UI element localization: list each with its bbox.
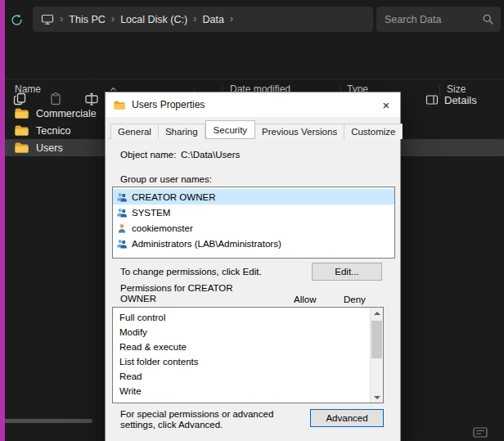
details-pane-icon <box>425 94 439 106</box>
object-name-value: C:\Data\Users <box>181 150 240 160</box>
tab-general[interactable]: General <box>110 124 159 139</box>
group-or-usernames-label: Group or user names: <box>120 174 212 184</box>
breadcrumb: › This PC › Local Disk (C:) › Data › <box>33 7 373 32</box>
folder-icon <box>114 101 125 110</box>
permission-read[interactable]: Read <box>113 369 383 384</box>
list-item-system[interactable]: SYSTEM <box>113 205 394 220</box>
list-item-label: cookiemonster <box>132 223 193 233</box>
list-item-label: CREATOR OWNER <box>132 192 215 202</box>
permissions-for-label: Permissions for CREATOR OWNER <box>120 283 251 304</box>
edit-hint-label: To change permissions, click Edit. <box>120 267 262 277</box>
file-name: Tecnico <box>36 125 70 137</box>
group-icon <box>116 192 128 202</box>
list-item-creator-owner[interactable]: CREATOR OWNER <box>113 189 394 205</box>
folder-icon <box>15 142 29 153</box>
refresh-button[interactable] <box>7 12 25 30</box>
search-box <box>376 7 501 32</box>
dialog-titlebar: Users Properties × <box>106 92 400 117</box>
list-item-cookiemonster[interactable]: cookiemonster <box>113 220 394 236</box>
scrollbar-thumb[interactable] <box>371 321 382 358</box>
permission-write[interactable]: Write <box>113 384 383 398</box>
permission-modify[interactable]: Modify <box>113 325 383 340</box>
advanced-hint-label: For special permissions or advanced sett… <box>120 409 307 430</box>
users-properties-dialog: Users Properties × General Sharing Secur… <box>105 92 401 441</box>
command-bar: Sort View ⋯ Details <box>0 39 504 79</box>
group-user-list: CREATOR OWNER SYSTEM cookiemonster Admin… <box>112 187 395 259</box>
folder-icon <box>15 125 29 136</box>
breadcrumb-chevron-icon: › <box>111 12 115 25</box>
allow-column-label: Allow <box>294 295 316 304</box>
column-header-name[interactable]: Name <box>15 83 41 95</box>
tab-sharing[interactable]: Sharing <box>159 124 205 139</box>
column-separator[interactable] <box>439 85 440 96</box>
list-item-label: SYSTEM <box>132 208 170 218</box>
permission-special[interactable]: Special permissions <box>113 398 383 403</box>
file-explorer-window: › This PC › Local Disk (C:) › Data › <box>0 0 504 441</box>
scroll-up-icon[interactable] <box>371 308 383 319</box>
permission-list-folder-contents[interactable]: List folder contents <box>113 354 383 369</box>
search-icon <box>482 13 494 25</box>
advanced-button[interactable]: Advanced <box>310 409 384 427</box>
user-icon <box>116 223 128 233</box>
group-icon <box>116 208 128 218</box>
refresh-icon <box>10 13 24 30</box>
file-name: Commerciale <box>36 108 97 119</box>
breadcrumb-chevron-icon: › <box>230 12 233 25</box>
group-icon <box>116 239 128 249</box>
tab-security[interactable]: Security <box>205 120 256 139</box>
horizontal-scrollbar[interactable] <box>0 419 92 423</box>
permission-read-execute[interactable]: Read & execute <box>113 340 383 354</box>
breadcrumb-this-pc[interactable]: This PC <box>69 14 105 25</box>
column-header-size[interactable]: Size <box>447 83 466 95</box>
permission-full-control[interactable]: Full control <box>113 310 383 325</box>
folder-icon <box>15 108 29 119</box>
scroll-down-icon[interactable] <box>371 391 383 403</box>
search-input[interactable] <box>385 14 482 25</box>
permissions-scrollbar[interactable] <box>370 308 383 403</box>
breadcrumb-data[interactable]: Data <box>202 14 223 25</box>
dialog-tabs: General Sharing Security Previous Versio… <box>110 120 395 139</box>
object-name-label: Object name: <box>120 150 176 160</box>
file-name: Users <box>36 142 63 154</box>
breadcrumb-chevron-icon: › <box>193 12 196 25</box>
tab-customize[interactable]: Customize <box>344 124 403 139</box>
deny-column-label: Deny <box>344 295 366 304</box>
list-item-label: Administrators (LAB\Administrators) <box>132 239 281 249</box>
breadcrumb-local-disk-c[interactable]: Local Disk (C:) <box>120 14 187 25</box>
close-icon[interactable]: × <box>377 96 395 114</box>
edit-button[interactable]: Edit... <box>312 263 382 281</box>
tab-previous-versions[interactable]: Previous Versions <box>255 124 344 139</box>
list-item-administrators[interactable]: Administrators (LAB\Administrators) <box>113 236 394 251</box>
this-pc-icon <box>41 13 54 25</box>
dialog-title: Users Properties <box>132 99 377 110</box>
breadcrumb-chevron-icon: › <box>60 12 63 25</box>
view-toggle-icon[interactable] <box>470 426 490 439</box>
left-edge-strip <box>0 0 5 441</box>
permissions-list: Full control Modify Read & execute List … <box>112 307 384 403</box>
